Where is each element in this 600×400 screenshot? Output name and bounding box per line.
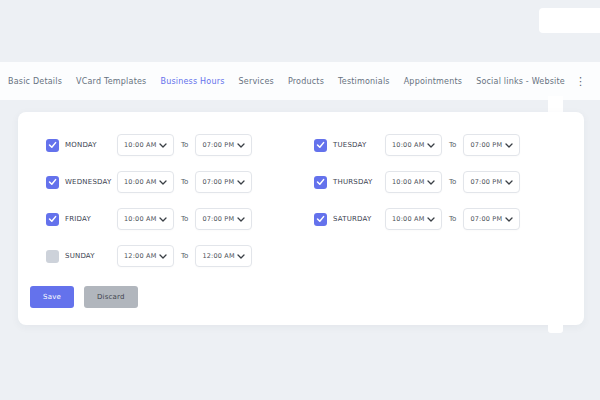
day-checkbox[interactable]	[314, 139, 327, 152]
day-row: MONDAY 10:00 AM To 07:00 PM	[46, 134, 314, 156]
day-row: SUNDAY 12:00 AM To 12:00 AM	[46, 245, 314, 267]
day-checkbox[interactable]	[46, 139, 59, 152]
day-label: FRIDAY	[65, 215, 117, 223]
time-to-value: 07:00 PM	[202, 141, 234, 149]
to-label: To	[181, 215, 188, 223]
tab-vcard-templates[interactable]: VCard Templates	[76, 77, 146, 86]
time-to-select[interactable]: 07:00 PM	[195, 134, 252, 156]
day-label: TUESDAY	[333, 141, 385, 149]
chevron-down-icon	[159, 143, 167, 148]
time-to-select[interactable]: 07:00 PM	[195, 208, 252, 230]
time-from-select[interactable]: 10:00 AM	[117, 134, 174, 156]
tab-list: Basic DetailsVCard TemplatesBusiness Hou…	[8, 77, 571, 86]
time-to-value: 12:00 AM	[202, 252, 234, 260]
to-label: To	[181, 252, 188, 260]
checkmark-icon	[48, 178, 57, 186]
day-checkbox[interactable]	[314, 176, 327, 189]
checkmark-icon	[316, 178, 325, 186]
to-label: To	[181, 141, 188, 149]
days-grid: MONDAY 10:00 AM To 07:00 PM TUESDAY 10:0…	[46, 134, 520, 267]
tab-testimonials[interactable]: Testimonials	[338, 77, 390, 86]
card-notch-fragment	[548, 325, 563, 333]
time-to-value: 07:00 PM	[470, 141, 502, 149]
save-button[interactable]: Save	[30, 286, 74, 308]
time-from-select[interactable]: 10:00 AM	[385, 208, 442, 230]
time-from-select[interactable]: 10:00 AM	[385, 134, 442, 156]
chevron-down-icon	[237, 180, 245, 185]
day-label: THURSDAY	[333, 178, 385, 186]
day-row: TUESDAY 10:00 AM To 07:00 PM	[314, 134, 520, 156]
day-row: THURSDAY 10:00 AM To 07:00 PM	[314, 171, 520, 193]
tab-products[interactable]: Products	[288, 77, 324, 86]
time-from-select[interactable]: 12:00 AM	[117, 245, 174, 267]
checkmark-icon	[316, 141, 325, 149]
to-label: To	[449, 178, 456, 186]
time-from-value: 10:00 AM	[124, 178, 156, 186]
time-from-value: 10:00 AM	[392, 141, 424, 149]
checkmark-icon	[48, 141, 57, 149]
chevron-down-icon	[505, 143, 513, 148]
discard-button[interactable]: Discard	[84, 286, 138, 308]
topbar-fragment	[539, 8, 600, 33]
time-from-select[interactable]: 10:00 AM	[385, 171, 442, 193]
day-row: WEDNESDAY 10:00 AM To 07:00 PM	[46, 171, 314, 193]
tab-bar: Basic DetailsVCard TemplatesBusiness Hou…	[0, 62, 600, 100]
chevron-down-icon	[237, 217, 245, 222]
chevron-down-icon	[159, 180, 167, 185]
day-label: WEDNESDAY	[65, 178, 117, 186]
checkmark-icon	[316, 215, 325, 223]
time-from-value: 10:00 AM	[124, 215, 156, 223]
time-from-value: 12:00 AM	[124, 252, 156, 260]
time-to-select[interactable]: 07:00 PM	[195, 171, 252, 193]
time-to-value: 07:00 PM	[470, 178, 502, 186]
time-to-select[interactable]: 07:00 PM	[463, 134, 520, 156]
tab-appointments[interactable]: Appointments	[404, 77, 462, 86]
chevron-down-icon	[159, 217, 167, 222]
chevron-down-icon	[159, 254, 167, 259]
chevron-down-icon	[427, 180, 435, 185]
day-checkbox[interactable]	[46, 213, 59, 226]
actions-row: Save Discard	[30, 286, 138, 308]
tab-social-links-website[interactable]: Social links - Website	[476, 77, 565, 86]
time-to-select[interactable]: 07:00 PM	[463, 171, 520, 193]
time-from-select[interactable]: 10:00 AM	[117, 208, 174, 230]
day-row: SATURDAY 10:00 AM To 07:00 PM	[314, 208, 520, 230]
business-hours-card: MONDAY 10:00 AM To 07:00 PM TUESDAY 10:0…	[18, 112, 584, 325]
chevron-down-icon	[237, 254, 245, 259]
day-label: SUNDAY	[65, 252, 117, 260]
time-to-select[interactable]: 07:00 PM	[463, 208, 520, 230]
day-checkbox[interactable]	[46, 176, 59, 189]
day-row: FRIDAY 10:00 AM To 07:00 PM	[46, 208, 314, 230]
day-checkbox[interactable]	[314, 213, 327, 226]
chevron-down-icon	[237, 143, 245, 148]
time-from-value: 10:00 AM	[392, 178, 424, 186]
chevron-down-icon	[427, 217, 435, 222]
chevron-down-icon	[505, 217, 513, 222]
tab-business-hours[interactable]: Business Hours	[160, 77, 224, 86]
time-to-value: 07:00 PM	[470, 215, 502, 223]
time-to-value: 07:00 PM	[202, 178, 234, 186]
tab-services[interactable]: Services	[239, 77, 274, 86]
day-label: MONDAY	[65, 141, 117, 149]
to-label: To	[449, 141, 456, 149]
time-from-value: 10:00 AM	[124, 141, 156, 149]
time-to-value: 07:00 PM	[202, 215, 234, 223]
time-from-select[interactable]: 10:00 AM	[117, 171, 174, 193]
day-checkbox[interactable]	[46, 250, 59, 263]
to-label: To	[449, 215, 456, 223]
kebab-menu-icon[interactable]: ⋮	[571, 76, 590, 87]
time-from-value: 10:00 AM	[392, 215, 424, 223]
time-to-select[interactable]: 12:00 AM	[195, 245, 252, 267]
chevron-down-icon	[505, 180, 513, 185]
chevron-down-icon	[427, 143, 435, 148]
checkmark-icon	[48, 215, 57, 223]
to-label: To	[181, 178, 188, 186]
day-label: SATURDAY	[333, 215, 385, 223]
tab-basic-details[interactable]: Basic Details	[8, 77, 62, 86]
